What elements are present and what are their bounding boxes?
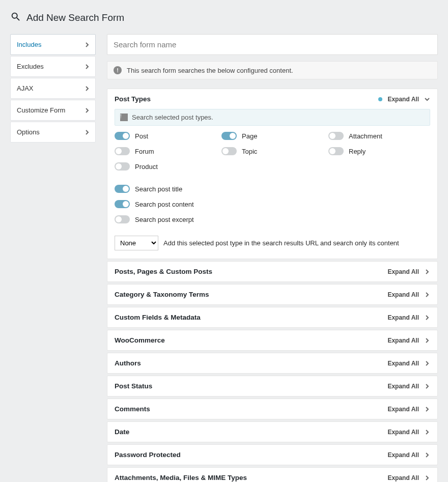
panel-header[interactable]: WooCommerceExpand All <box>107 330 437 350</box>
panel: Posts, Pages & Custom PostsExpand All <box>107 261 438 282</box>
expand-all-label: Expand All <box>387 337 419 344</box>
panel-title: Authors <box>115 359 141 367</box>
panel-header[interactable]: Post StatusExpand All <box>107 376 437 396</box>
expand-all-label: Expand All <box>387 406 419 413</box>
toggle-forum[interactable] <box>115 147 130 155</box>
toggle-row: Reply <box>328 147 430 155</box>
expand-all-label: Expand All <box>387 268 419 275</box>
chevron-right-icon <box>84 42 90 48</box>
panel: DateExpand All <box>107 421 438 442</box>
chevron-right-icon <box>84 129 90 135</box>
side-tab-customize-form[interactable]: Customize Form <box>10 100 96 121</box>
panel: WooCommerceExpand All <box>107 330 438 351</box>
main-content: ! This search form searches the below co… <box>107 34 438 482</box>
notice-text: This search form searches the below conf… <box>127 67 293 74</box>
side-tab-options[interactable]: Options <box>10 122 96 143</box>
toggle-page[interactable] <box>221 132 237 140</box>
toggle-attachment[interactable] <box>328 132 344 140</box>
panel-header[interactable]: Password ProtectedExpand All <box>107 445 437 465</box>
panel: Post StatusExpand All <box>107 376 438 396</box>
info-notice: ! This search form searches the below co… <box>107 61 438 79</box>
toggle-post[interactable] <box>115 132 130 140</box>
panel: Attachments, Media, Files & MIME TypesEx… <box>107 467 438 482</box>
panel-title: Post Status <box>115 382 152 390</box>
chevron-right-icon <box>84 86 90 92</box>
panel-title: Password Protected <box>115 451 181 459</box>
toggle-label: Search post content <box>135 201 194 208</box>
toggle-search-opt[interactable] <box>115 185 130 193</box>
toggle-label: Forum <box>135 148 154 155</box>
panel-header[interactable]: DateExpand All <box>107 422 437 442</box>
side-tab-label: Customize Form <box>17 106 65 114</box>
toggle-reply[interactable] <box>328 147 344 155</box>
toggle-row: Product <box>115 162 216 171</box>
expand-all-label: Expand All <box>387 314 419 321</box>
chevron-right-icon <box>424 429 430 435</box>
toggle-label: Attachment <box>349 132 382 140</box>
expand-all-label: Expand All <box>387 474 419 481</box>
panel-body-post-types: ! Search selected post types. PostPageAt… <box>107 109 437 259</box>
expand-all-label: Expand All <box>387 291 419 298</box>
side-tab-excludes[interactable]: Excludes <box>10 56 96 77</box>
panel: Custom Fields & MetadataExpand All <box>107 307 438 328</box>
info-icon: ! <box>120 114 128 121</box>
panel-title: Posts, Pages & Custom Posts <box>115 268 212 275</box>
panel-title: Comments <box>115 405 150 413</box>
panel: CommentsExpand All <box>107 399 438 419</box>
chevron-right-icon <box>424 269 430 275</box>
toggle-label: Page <box>242 132 257 140</box>
toggle-row: Attachment <box>328 132 430 140</box>
panel-header[interactable]: Custom Fields & MetadataExpand All <box>107 307 437 327</box>
toggle-row: Search post title <box>115 185 430 193</box>
page-header: Add New Search Form <box>10 11 438 24</box>
side-tabs: IncludesExcludesAJAXCustomize FormOption… <box>10 34 96 144</box>
side-tab-ajax[interactable]: AJAX <box>10 78 96 99</box>
hint-box: ! Search selected post types. <box>115 109 430 126</box>
chevron-right-icon <box>424 360 430 366</box>
toggle-search-opt[interactable] <box>115 215 130 223</box>
chevron-right-icon <box>424 292 430 298</box>
toggle-label: Product <box>135 163 158 171</box>
panel-title: WooCommerce <box>115 336 165 344</box>
panel-header-post-types[interactable]: Post Types Expand All <box>107 89 437 109</box>
panel-header[interactable]: AuthorsExpand All <box>107 353 437 373</box>
panel-title: Category & Taxonomy Terms <box>115 291 209 298</box>
info-icon: ! <box>114 66 122 74</box>
toggle-label: Search post title <box>135 185 182 193</box>
chevron-down-icon <box>424 96 430 102</box>
side-tab-label: Options <box>17 128 40 136</box>
toggle-label: Topic <box>242 148 257 155</box>
side-tab-label: Includes <box>17 41 41 48</box>
toggle-product[interactable] <box>115 162 130 171</box>
panel: AuthorsExpand All <box>107 353 438 374</box>
panel: Category & Taxonomy TermsExpand All <box>107 284 438 305</box>
panel-title: Attachments, Media, Files & MIME Types <box>115 474 247 481</box>
side-tab-includes[interactable]: Includes <box>10 34 96 55</box>
toggle-search-opt[interactable] <box>115 200 130 208</box>
panel-header[interactable]: Category & Taxonomy TermsExpand All <box>107 285 437 304</box>
url-post-type-select[interactable]: None <box>115 236 158 250</box>
toggle-row: Forum <box>115 147 216 155</box>
chevron-right-icon <box>424 452 430 458</box>
panel: Password ProtectedExpand All <box>107 444 438 465</box>
chevron-right-icon <box>84 107 90 114</box>
toggle-row: Search post content <box>115 200 430 208</box>
panel-header[interactable]: CommentsExpand All <box>107 399 437 419</box>
chevron-right-icon <box>424 337 430 344</box>
toggle-topic[interactable] <box>221 147 237 155</box>
chevron-right-icon <box>424 406 430 412</box>
toggle-label: Reply <box>349 148 366 155</box>
expand-all-label: Expand All <box>387 383 419 390</box>
panel-header[interactable]: Attachments, Media, Files & MIME TypesEx… <box>107 468 437 482</box>
post-types-toggle-grid: PostPageAttachmentForumTopicReplyProduct <box>115 132 430 171</box>
panel-title: Post Types <box>115 95 151 103</box>
panel-title: Date <box>115 428 129 436</box>
panel-header[interactable]: Posts, Pages & Custom PostsExpand All <box>107 262 437 281</box>
expand-all-label: Expand All <box>387 360 419 367</box>
url-type-row: None Add this selected post type in the … <box>115 236 430 250</box>
search-options-list: Search post titleSearch post contentSear… <box>115 185 430 223</box>
search-form-name-input[interactable] <box>107 34 438 55</box>
panel-title: Custom Fields & Metadata <box>115 314 201 321</box>
chevron-right-icon <box>424 475 430 481</box>
expand-all-label: Expand All <box>387 96 419 103</box>
